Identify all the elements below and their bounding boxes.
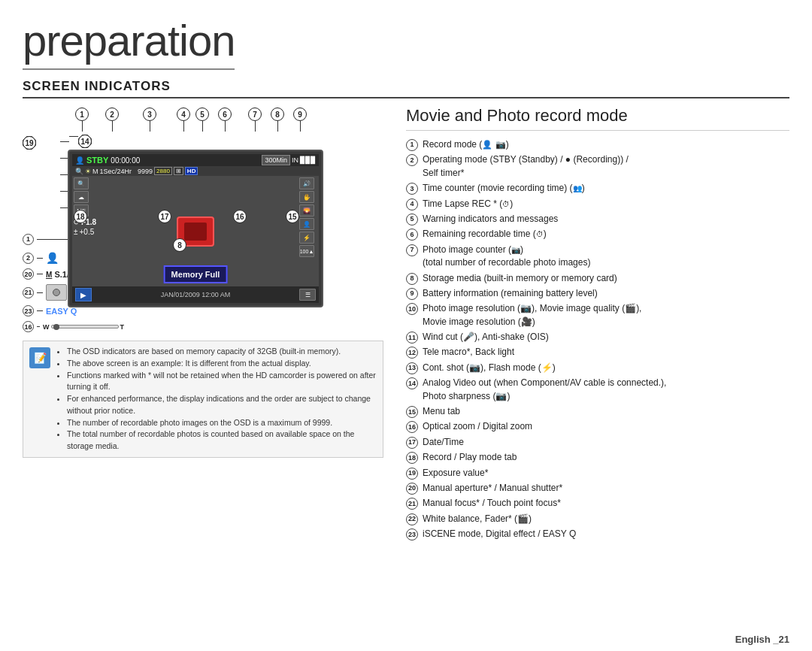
ind-num-9: 9 [406, 288, 418, 300]
screen-right-icons: 🔊 🖐 🌄 👤 ⚡ 100▲ [298, 176, 319, 286]
ind-num-21: 21 [406, 498, 418, 510]
ind-num-13: 13 [406, 362, 418, 374]
indicator-item-22: 22 White balance, Fader* (🎬) [406, 513, 789, 525]
indicator-item-2: 2 Operating mode (STBY (Standby) / ● (Re… [406, 153, 789, 180]
indicator-item-11: 11 Wind cut (🎤), Anti-shake (OIS) [406, 331, 789, 344]
person-icon: 👤 [75, 156, 84, 165]
ind-num-16: 16 [406, 421, 418, 433]
memory-full-box: Memory Full [164, 265, 228, 283]
icon-6: ⏱ [536, 230, 544, 238]
memory-full-text: Memory Full [171, 270, 220, 279]
ind-num-19: 19 [406, 468, 418, 480]
note-1: The OSD indicators are based on memory c… [67, 346, 377, 358]
callout-18: 18 [74, 210, 87, 223]
screen-left-icons: 🔍 ☁ MF ⟳ F1.8 ± +0.5 [72, 176, 93, 286]
ind-text-18: Record / Play mode tab [423, 451, 789, 464]
footer: English _21 [735, 634, 789, 645]
screen-right-top: 300Min IN ▉▉▉ [262, 155, 316, 165]
indicator-item-1: 1 Record mode (👤 📷) [406, 138, 789, 151]
icon-r5: ⚡ [299, 232, 314, 244]
ind-text-1: Record mode (👤 📷) [423, 138, 789, 151]
icon-r1: 🔊 [299, 177, 314, 189]
rec-time: 300Min [262, 155, 290, 165]
ind-num-22: 22 [406, 513, 418, 525]
icon-13a: 📷 [469, 362, 480, 373]
ind-num-4: 4 [406, 198, 418, 210]
ind-text-4: Time Lapse REC * (⏱) [423, 198, 789, 210]
indicator-item-16: 16 Optical zoom / Digital zoom [406, 420, 789, 433]
indicator-item-4: 4 Time Lapse REC * (⏱) [406, 198, 789, 210]
diag-num-23: 23 [23, 305, 34, 316]
callout-4: 4 [177, 107, 190, 121]
ind-num-23: 23 [406, 528, 418, 540]
w-label: W [43, 323, 50, 331]
page-title: preparation [23, 15, 235, 70]
ind-text-2: Operating mode (STBY (Standby) / ● (Reco… [423, 153, 789, 180]
note-5: The number of recordable photo images on… [67, 417, 377, 429]
indicator-item-6: 6 Remaining recordable time (⏱) [406, 228, 789, 241]
screen-row-2: 🔍 ☀ M 1Sec/24Hr 9999 2880 ⊞ HD [72, 166, 319, 176]
ind-text-11: Wind cut (🎤), Anti-shake (OIS) [423, 331, 789, 344]
ind-text-21: Manual focus* / Touch point focus* [423, 497, 789, 510]
icon-r2: 🖐 [299, 191, 314, 203]
indicator-item-20: 20 Manual aperture* / Manual shutter* [406, 482, 789, 495]
exp-icon: ± [74, 228, 78, 236]
indicator-item-21: 21 Manual focus* / Touch point focus* [406, 497, 789, 510]
count-text: 9999 [138, 168, 153, 175]
zoom-bar-display: W T [43, 323, 124, 331]
mode-icon: M [92, 168, 98, 175]
main-content: 1 2 3 4 5 6 7 8 9 [23, 106, 789, 544]
ind-num-14: 14 [406, 377, 418, 389]
rline-10 [69, 136, 78, 137]
scene-icon: ☀ [85, 168, 91, 175]
exp-display: ± +0.5 [74, 228, 92, 236]
note-4: For enhanced performance, the display in… [67, 393, 377, 417]
ind-text-17: Date/Time [423, 436, 789, 449]
screen-bottom: ▶ JAN/01/2009 12:00 AM ☰ [72, 286, 319, 303]
note-2: The above screen is an example: It is di… [67, 358, 377, 370]
ind-text-19: Exposure value* [423, 467, 789, 480]
line-h2 [37, 258, 43, 259]
ind-text-5: Warning indicators and messages [423, 213, 789, 226]
ind-text-22: White balance, Fader* (🎬) [423, 513, 789, 525]
diag-row-16: 16 W T [23, 321, 158, 332]
line-23 [60, 141, 69, 142]
indicator-list: 1 Record mode (👤 📷) 2 Operating mode (ST… [406, 138, 789, 541]
ind-text-7: Photo image counter (📷)(total number of … [423, 244, 789, 270]
callout-14: 14 [78, 135, 92, 148]
indicator-item-8: 8 Storage media (built-in memory or memo… [406, 272, 789, 285]
ind-num-10: 10 [406, 303, 418, 315]
diag-num-21: 21 [23, 287, 34, 298]
icon-r6: 100▲ [299, 245, 314, 257]
ind-num-6: 6 [406, 229, 418, 241]
screen-top-row: 👤 STBY 00:00:00 300Min IN ▉▉▉ [72, 154, 319, 166]
ind-sub-14: Photo sharpness (📷) [423, 390, 789, 403]
ind-sub-7: (total number of recordable photo images… [423, 256, 789, 269]
ind-text-16: Optical zoom / Digital zoom [423, 420, 789, 433]
left-callouts: 23 22 21 20 19 [23, 129, 60, 136]
icon-11: 🎤 [463, 332, 474, 342]
ind-sub-10: Movie image resolution (🎥) [423, 316, 789, 329]
camera-icon-21 [46, 284, 67, 301]
callout-8-bottom: 8 [173, 238, 186, 252]
note-6: The total number of recordable photos is… [67, 428, 377, 453]
battery-icon: ▉▉▉ [300, 156, 316, 164]
screen-left-top: 👤 STBY 00:00:00 [75, 156, 140, 165]
bottom-callouts-row: 18 17 16 15 [68, 210, 383, 226]
indicator-item-15: 15 Menu tab [406, 405, 789, 418]
indicator-item-3: 3 Time counter (movie recording time) (👥… [406, 182, 789, 195]
top-callouts: 1 2 3 4 5 6 7 8 9 [68, 106, 383, 129]
easy-q-label: EASY Q [46, 307, 77, 316]
ind-num-7: 7 [406, 244, 418, 256]
ind-num-11: 11 [406, 332, 418, 344]
notes-list: The OSD indicators are based on memory c… [56, 346, 377, 453]
ind-num-8: 8 [406, 273, 418, 285]
ind-num-5: 5 [406, 213, 418, 226]
notes-box: 📝 The OSD indicators are based on memory… [23, 341, 383, 458]
camera-screen: 👤 STBY 00:00:00 300Min IN ▉▉▉ [68, 150, 323, 307]
indicator-item-9: 9 Battery information (remaining battery… [406, 287, 789, 300]
ind-text-20: Manual aperture* / Manual shutter* [423, 482, 789, 495]
callout-6: 6 [218, 107, 232, 121]
ind-text-14: Analog Video out (when Component/AV cabl… [423, 377, 789, 403]
callout-1: 1 [75, 107, 89, 121]
